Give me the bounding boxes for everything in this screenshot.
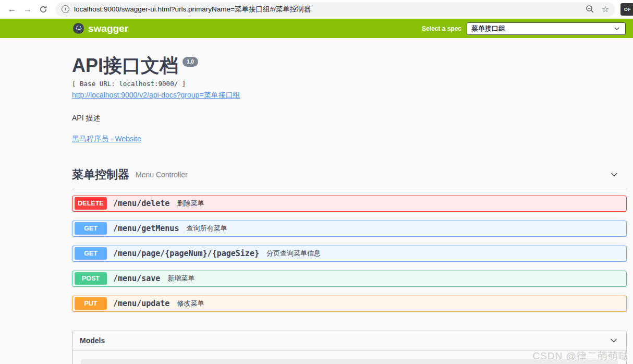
- page-title: API接口文档: [72, 56, 178, 76]
- refresh-icon[interactable]: [36, 3, 50, 16]
- operation-row[interactable]: POST /menu/save 新增菜单: [72, 271, 627, 287]
- address-bar[interactable]: i localhost:9000/swagger-ui.html?urls.pr…: [55, 2, 615, 17]
- method-badge: POST: [75, 272, 107, 285]
- operation-summary: 新增菜单: [167, 274, 194, 283]
- tag-section: 菜单控制器 Menu Controller DELETE /menu/delet…: [72, 167, 627, 312]
- operation-summary: 查询所有菜单: [186, 224, 227, 233]
- operation-path: /menu/page/{pageNum}/{pageSize}: [113, 249, 259, 258]
- chevron-down-icon: [613, 25, 621, 33]
- swagger-header: {…} swagger Select a spec 菜单接口组: [0, 19, 633, 38]
- api-docs-link[interactable]: http://localhost:9000/v2/api-docs?group=…: [72, 91, 240, 100]
- models-header[interactable]: Models: [72, 331, 626, 350]
- method-badge: DELETE: [75, 197, 107, 210]
- spec-select[interactable]: 菜单接口组: [467, 22, 626, 35]
- version-badge: 1.0: [182, 57, 198, 67]
- models-title: Models: [80, 336, 105, 345]
- operations-list: DELETE /menu/delete 删除菜单 GET /menu/getMe…: [72, 196, 627, 312]
- select-spec-label: Select a spec: [422, 25, 461, 32]
- operation-summary: 修改菜单: [177, 299, 204, 308]
- swagger-logo-icon: {…}: [73, 23, 84, 34]
- extension-badge[interactable]: OF: [620, 3, 633, 16]
- swagger-logo-text: swagger: [88, 23, 128, 34]
- forward-icon[interactable]: →: [21, 3, 34, 16]
- spec-select-value: 菜单接口组: [471, 24, 505, 33]
- back-icon[interactable]: ←: [5, 3, 19, 16]
- swagger-page: API接口文档 1.0 [ Base URL: localhost:9000/ …: [0, 38, 633, 364]
- api-description: API 描述: [72, 114, 627, 123]
- method-badge: GET: [75, 247, 107, 260]
- tag-title: 菜单控制器: [72, 167, 129, 183]
- operation-row[interactable]: GET /menu/page/{pageNum}/{pageSize} 分页查询…: [72, 246, 627, 262]
- operation-path: /menu/save: [113, 274, 160, 283]
- website-link[interactable]: 黑马程序员 - Website: [72, 135, 141, 144]
- url-input[interactable]: localhost:9000/swagger-ui.html?urls.prim…: [74, 5, 581, 14]
- base-url: [ Base URL: localhost:9000/ ]: [72, 80, 627, 88]
- operation-path: /menu/delete: [113, 199, 169, 208]
- browser-toolbar: ← → i localhost:9000/swagger-ui.html?url…: [0, 0, 633, 19]
- operation-path: /menu/update: [113, 299, 169, 308]
- tag-subtitle: Menu Controller: [136, 171, 188, 179]
- bookmark-star-icon[interactable]: ☆: [602, 4, 609, 14]
- api-info-section: API接口文档 1.0 [ Base URL: localhost:9000/ …: [72, 38, 627, 144]
- swagger-logo-link[interactable]: {…} swagger: [73, 23, 128, 34]
- operation-row[interactable]: PUT /menu/update 修改菜单: [72, 296, 627, 312]
- tag-header[interactable]: 菜单控制器 Menu Controller: [72, 167, 627, 189]
- zoom-indicator-icon[interactable]: [586, 5, 594, 14]
- chevron-down-icon[interactable]: [608, 335, 619, 346]
- operation-row[interactable]: DELETE /menu/delete 删除菜单: [72, 196, 627, 212]
- method-badge: GET: [75, 222, 107, 235]
- operation-summary: 分页查询菜单信息: [266, 249, 321, 258]
- operation-path: /menu/getMenus: [113, 224, 179, 233]
- operation-row[interactable]: GET /menu/getMenus 查询所有菜单: [72, 221, 627, 237]
- method-badge: PUT: [75, 297, 107, 310]
- site-info-icon[interactable]: i: [62, 5, 69, 13]
- chevron-down-icon[interactable]: [609, 169, 619, 180]
- operation-summary: 删除菜单: [177, 199, 204, 208]
- watermark: CSDN @律二萌萌哒: [533, 349, 629, 363]
